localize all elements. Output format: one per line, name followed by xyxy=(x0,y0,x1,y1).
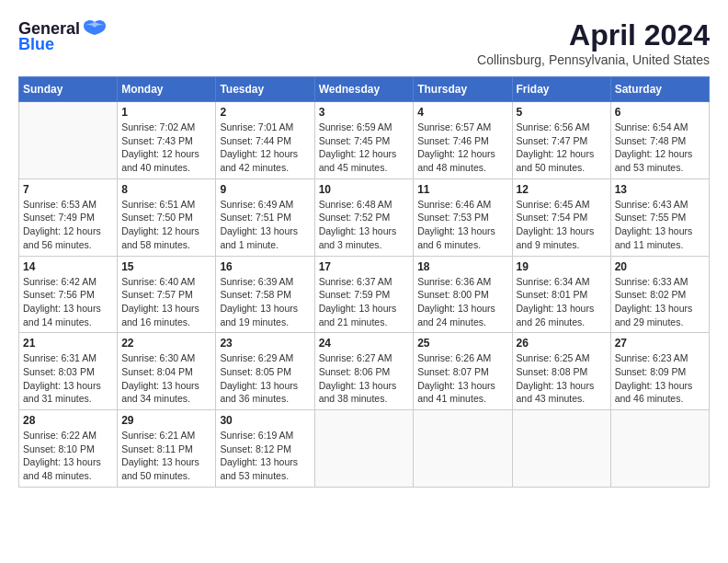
day-info-line: Sunrise: 6:31 AM xyxy=(23,352,97,363)
calendar-cell: 22Sunrise: 6:30 AMSunset: 8:04 PMDayligh… xyxy=(118,333,216,410)
day-info: Sunrise: 6:48 AMSunset: 7:52 PMDaylight:… xyxy=(319,198,410,252)
day-info-line: and 29 minutes. xyxy=(615,316,684,327)
day-info-line: Sunset: 7:47 PM xyxy=(517,135,588,146)
day-info-line: Daylight: 13 hours xyxy=(220,303,298,314)
day-info-line: Sunrise: 6:48 AM xyxy=(319,199,392,210)
day-info-line: Sunrise: 6:29 AM xyxy=(220,352,293,363)
day-info: Sunrise: 6:42 AMSunset: 7:56 PMDaylight:… xyxy=(23,275,113,329)
day-info: Sunrise: 6:23 AMSunset: 8:09 PMDaylight:… xyxy=(615,351,705,406)
logo-blue-text: Blue xyxy=(18,35,54,54)
day-info-line: Sunset: 8:05 PM xyxy=(220,366,291,377)
location-text: Collinsburg, Pennsylvania, United States xyxy=(477,52,710,67)
day-info-line: Daylight: 13 hours xyxy=(23,303,101,314)
calendar-week-row: 28Sunrise: 6:22 AMSunset: 8:10 PMDayligh… xyxy=(19,410,710,488)
calendar-cell xyxy=(610,410,709,488)
day-info-line: Sunset: 7:53 PM xyxy=(417,212,489,223)
day-info-line: Daylight: 13 hours xyxy=(615,225,693,236)
day-info-line: Sunset: 7:46 PM xyxy=(417,135,489,146)
day-number: 15 xyxy=(121,260,211,273)
day-info-line: Daylight: 13 hours xyxy=(121,380,199,391)
day-info-line: Daylight: 12 hours xyxy=(121,225,199,236)
calendar-cell: 30Sunrise: 6:19 AMSunset: 8:12 PMDayligh… xyxy=(216,410,314,488)
day-info-line: Sunset: 8:07 PM xyxy=(417,366,489,377)
day-info-line: and 58 minutes. xyxy=(121,239,190,250)
day-info-line: Sunset: 8:03 PM xyxy=(23,366,95,377)
calendar-cell: 4Sunrise: 6:57 AMSunset: 7:46 PMDaylight… xyxy=(414,102,512,179)
calendar-cell: 13Sunrise: 6:43 AMSunset: 7:55 PMDayligh… xyxy=(610,178,709,256)
day-info-line: Sunrise: 6:56 AM xyxy=(517,121,590,132)
calendar-cell: 11Sunrise: 6:46 AMSunset: 7:53 PMDayligh… xyxy=(414,178,512,256)
day-info-line: Daylight: 13 hours xyxy=(23,380,101,391)
day-info-line: and 24 minutes. xyxy=(417,316,486,327)
day-number: 9 xyxy=(220,183,310,196)
title-block: April 2024 Collinsburg, Pennsylvania, Un… xyxy=(477,18,710,67)
calendar-cell: 8Sunrise: 6:51 AMSunset: 7:50 PMDaylight… xyxy=(118,178,216,256)
calendar-cell: 9Sunrise: 6:49 AMSunset: 7:51 PMDaylight… xyxy=(216,178,314,256)
calendar-cell xyxy=(414,410,512,488)
day-info-line: and 16 minutes. xyxy=(121,316,190,327)
day-info-line: Sunrise: 6:19 AM xyxy=(220,430,293,441)
day-info-line: Sunrise: 6:49 AM xyxy=(220,199,293,210)
day-info-line: and 43 minutes. xyxy=(517,393,586,404)
day-number: 8 xyxy=(121,183,211,196)
day-number: 4 xyxy=(417,106,507,119)
day-number: 6 xyxy=(615,106,705,119)
day-info-line: Sunrise: 7:01 AM xyxy=(220,121,293,132)
day-info-line: Sunset: 7:54 PM xyxy=(517,212,588,223)
day-number: 14 xyxy=(23,260,113,273)
day-info-line: and 45 minutes. xyxy=(319,162,388,173)
calendar-cell: 14Sunrise: 6:42 AMSunset: 7:56 PMDayligh… xyxy=(19,256,118,333)
day-info-line: and 3 minutes. xyxy=(319,239,382,250)
day-info-line: Daylight: 13 hours xyxy=(517,303,595,314)
day-info: Sunrise: 6:33 AMSunset: 8:02 PMDaylight:… xyxy=(615,275,705,329)
day-info: Sunrise: 6:59 AMSunset: 7:45 PMDaylight:… xyxy=(319,121,410,175)
day-number: 10 xyxy=(319,183,410,196)
day-info-line: Sunset: 8:10 PM xyxy=(23,443,95,454)
day-info: Sunrise: 6:45 AMSunset: 7:54 PMDaylight:… xyxy=(517,198,607,252)
day-number: 11 xyxy=(417,183,507,196)
day-info-line: Daylight: 13 hours xyxy=(23,456,101,467)
day-info-line: Daylight: 12 hours xyxy=(615,148,693,159)
day-info: Sunrise: 7:02 AMSunset: 7:43 PMDaylight:… xyxy=(121,121,211,175)
day-info: Sunrise: 6:57 AMSunset: 7:46 PMDaylight:… xyxy=(417,121,507,175)
day-info-line: and 36 minutes. xyxy=(220,393,289,404)
day-info-line: Daylight: 13 hours xyxy=(220,380,298,391)
day-info-line: Daylight: 13 hours xyxy=(517,225,595,236)
page-header: General Blue April 2024 Collinsburg, Pen… xyxy=(18,18,710,67)
day-number: 27 xyxy=(615,337,705,350)
day-info: Sunrise: 6:34 AMSunset: 8:01 PMDaylight:… xyxy=(517,275,607,329)
day-info: Sunrise: 6:39 AMSunset: 7:58 PMDaylight:… xyxy=(220,275,310,329)
day-info-line: Sunrise: 6:37 AM xyxy=(319,276,392,287)
day-number: 5 xyxy=(517,106,607,119)
day-info-line: Daylight: 13 hours xyxy=(319,380,397,391)
day-info-line: Sunrise: 6:57 AM xyxy=(417,121,491,132)
day-info-line: Sunset: 7:51 PM xyxy=(220,212,291,223)
calendar-cell: 5Sunrise: 6:56 AMSunset: 7:47 PMDaylight… xyxy=(512,102,610,179)
day-info-line: and 31 minutes. xyxy=(23,393,92,404)
day-info-line: Sunset: 7:49 PM xyxy=(23,212,95,223)
day-number: 26 xyxy=(517,337,607,350)
day-info-line: Sunrise: 6:39 AM xyxy=(220,276,293,287)
day-info-line: and 9 minutes. xyxy=(517,239,580,250)
day-info-line: Daylight: 13 hours xyxy=(319,225,397,236)
day-info-line: Sunrise: 6:22 AM xyxy=(23,430,97,441)
day-info-line: and 50 minutes. xyxy=(517,162,586,173)
day-info-line: Sunset: 8:12 PM xyxy=(220,443,291,454)
calendar-cell: 10Sunrise: 6:48 AMSunset: 7:52 PMDayligh… xyxy=(314,178,414,256)
weekday-header-row: SundayMondayTuesdayWednesdayThursdayFrid… xyxy=(19,77,710,102)
day-info: Sunrise: 6:56 AMSunset: 7:47 PMDaylight:… xyxy=(517,121,607,175)
day-info-line: and 6 minutes. xyxy=(417,239,481,250)
day-info-line: Sunrise: 6:46 AM xyxy=(417,199,491,210)
day-number: 1 xyxy=(121,106,211,119)
day-info-line: Daylight: 12 hours xyxy=(220,148,298,159)
day-info-line: Daylight: 13 hours xyxy=(615,380,693,391)
day-info: Sunrise: 6:25 AMSunset: 8:08 PMDaylight:… xyxy=(517,351,607,406)
day-number: 25 xyxy=(417,337,507,350)
day-info-line: Sunrise: 6:27 AM xyxy=(319,352,392,363)
day-number: 24 xyxy=(319,337,410,350)
day-info-line: Daylight: 12 hours xyxy=(319,148,397,159)
day-info: Sunrise: 6:51 AMSunset: 7:50 PMDaylight:… xyxy=(121,198,211,252)
day-info: Sunrise: 7:01 AMSunset: 7:44 PMDaylight:… xyxy=(220,121,310,175)
day-info-line: Sunrise: 6:25 AM xyxy=(517,352,590,363)
day-number: 2 xyxy=(220,106,310,119)
